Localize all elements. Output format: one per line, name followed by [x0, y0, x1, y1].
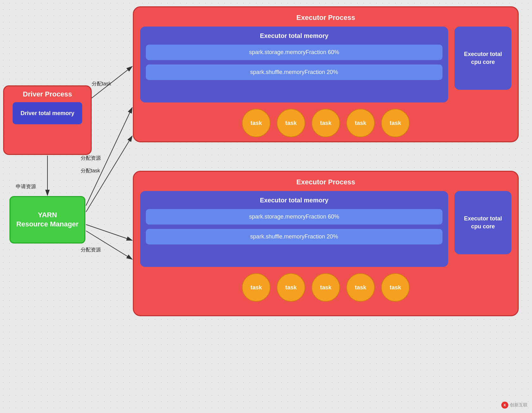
executor-2-storage-fraction: spark.storage.memoryFraction 60% — [146, 209, 442, 225]
task-circle: task — [242, 273, 270, 302]
task-circle: task — [381, 273, 410, 302]
diagram-container: Executor Process Executor total memory s… — [0, 0, 532, 413]
executor-2-shuffle-fraction: spark.shuffle.memoryFraction 20% — [146, 229, 442, 244]
driver-process-title: Driver Process — [23, 90, 72, 98]
executor-2-memory-box: Executor total memory spark.storage.memo… — [140, 191, 448, 267]
svg-line-5 — [86, 225, 132, 240]
executor-process-1-title: Executor Process — [140, 14, 511, 22]
executor-1-storage-fraction: spark.storage.memoryFraction 60% — [146, 45, 442, 60]
arrow-label-alloc-task2: 分配task — [81, 168, 100, 174]
executor-1-shuffle-fraction: spark.shuffle.memoryFraction 20% — [146, 65, 442, 80]
executor-process-2: Executor Process Executor total memory s… — [133, 171, 519, 316]
watermark-icon: K — [501, 402, 508, 409]
driver-memory-box: Driver total memory — [13, 102, 82, 124]
task-circle: task — [312, 273, 340, 302]
task-circle: task — [381, 109, 410, 137]
task-circle: task — [346, 109, 375, 137]
task-circle: task — [312, 109, 340, 137]
executor-process-1: Executor Process Executor total memory s… — [133, 6, 519, 142]
executor-2-cpu-box: Executor total cpu core — [455, 191, 511, 254]
executor-2-tasks-row: task task task task task — [140, 273, 511, 302]
executor-2-memory-title: Executor total memory — [146, 197, 442, 204]
arrow-label-apply-resource: 申请资源 — [16, 183, 36, 190]
executor-1-memory-box: Executor total memory spark.storage.memo… — [140, 27, 448, 102]
yarn-box: YARNResource Manager — [9, 196, 85, 243]
task-circle: task — [242, 109, 270, 137]
executor-1-memory-title: Executor total memory — [146, 32, 442, 40]
svg-line-6 — [86, 231, 132, 259]
watermark-text: 创新互联 — [510, 402, 528, 408]
arrow-label-alloc-task1: 分配task — [92, 81, 111, 87]
yarn-label: YARNResource Manager — [16, 211, 79, 229]
executor-1-tasks-row: task task task task task — [140, 109, 511, 137]
executor-1-cpu-label: Executor total cpu core — [459, 50, 507, 66]
executor-2-cpu-label: Executor total cpu core — [459, 215, 507, 231]
task-circle: task — [277, 273, 305, 302]
task-circle: task — [277, 109, 305, 137]
driver-memory-label: Driver total memory — [21, 110, 74, 117]
watermark: K 创新互联 — [501, 402, 528, 409]
driver-process-box: Driver Process Driver total memory — [3, 85, 92, 155]
executor-1-cpu-box: Executor total cpu core — [455, 27, 511, 90]
arrow-label-alloc-resource2: 分配资源 — [81, 247, 101, 253]
executor-process-2-title: Executor Process — [140, 178, 511, 186]
task-circle: task — [346, 273, 375, 302]
arrow-label-alloc-resource1: 分配资源 — [81, 155, 101, 162]
